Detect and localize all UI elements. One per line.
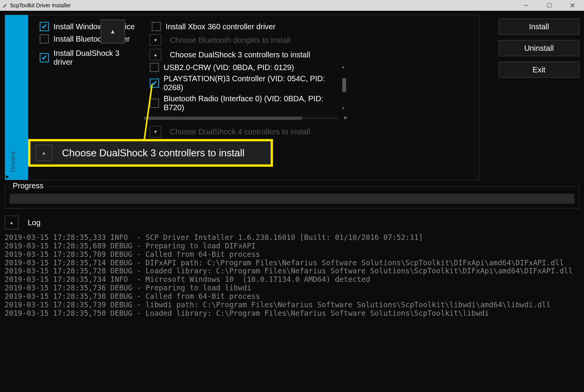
checkbox-icon (40, 22, 49, 31)
flyout-indicator-icon: ▶ (6, 174, 9, 179)
tab-drivers-label: Drivers (10, 151, 17, 172)
tab-drivers[interactable]: Drivers ▶ (5, 15, 28, 180)
uninstall-button[interactable]: Uninstall (499, 40, 579, 56)
annotation-callout: Choose DualShock 3 controllers to instal… (28, 139, 273, 167)
progress-title: Progress (10, 181, 46, 190)
checkbox-icon (150, 99, 159, 108)
list-item[interactable]: USB2.0-CRW (VID: 0BDA, PID: 0129) (150, 63, 335, 72)
chevron-up-icon (36, 145, 52, 161)
ds3-device-list: USB2.0-CRW (VID: 0BDA, PID: 0129) PLAYST… (150, 63, 335, 112)
choose-bt-dongles-label: Choose Bluetooth dongles to install (170, 36, 291, 45)
close-button[interactable] (561, 0, 584, 11)
install-button[interactable]: Install (499, 18, 579, 35)
checkbox-label: Install DualShock 3 driver (54, 49, 138, 67)
maximize-button[interactable] (538, 0, 561, 11)
svg-rect-1 (547, 3, 551, 7)
expand-bluetooth-dongles[interactable] (150, 34, 161, 46)
drivers-panel: Drivers ▶ Install Windows Service Instal… (5, 15, 479, 180)
progress-bar (10, 194, 574, 204)
checkbox-icon (150, 63, 159, 72)
checkbox-label: Install Xbox 360 controller driver (166, 22, 276, 31)
device-label: USB2.0-CRW (VID: 0BDA, PID: 0129) (164, 63, 294, 72)
choose-ds3-label: Choose DualShock 3 controllers to instal… (170, 50, 310, 59)
log-output: 2019-03-15 17:28:35,333 INFO - SCP Drive… (5, 233, 579, 317)
expand-ds4-list[interactable] (150, 126, 161, 137)
window-title: ScpToolkit Driver Installer (10, 2, 71, 8)
exit-button[interactable]: Exit (499, 62, 579, 78)
annotation-text: Choose DualShock 3 controllers to instal… (62, 147, 244, 159)
checkbox-install-ds3-driver[interactable]: Install DualShock 3 driver (40, 49, 138, 67)
titlebar: ScpToolkit Driver Installer (0, 0, 584, 11)
checkbox-install-xbox360-driver[interactable]: Install Xbox 360 controller driver (152, 22, 276, 31)
checkbox-icon (152, 22, 161, 31)
scrollbar-thumb[interactable] (342, 78, 346, 92)
scroll-up-icon[interactable]: ▲ (341, 64, 345, 69)
collapse-ds3-list[interactable] (150, 49, 161, 60)
collapse-log[interactable] (5, 216, 18, 230)
choose-ds4-label: Choose DualShock 4 controllers to instal… (170, 127, 310, 136)
scroll-down-icon[interactable]: ▼ (341, 106, 345, 111)
app-icon (2, 3, 8, 8)
device-label: PLAYSTATION(R)3 Controller (VID: 054C, P… (164, 74, 335, 92)
horizontal-scrollbar[interactable]: ▶ (150, 116, 335, 121)
checkbox-icon (40, 53, 49, 62)
progress-group: Progress (5, 186, 579, 209)
minimize-button[interactable] (515, 0, 538, 11)
list-item[interactable]: Bluetooth Radio (Interface 0) (VID: 0BDA… (150, 94, 335, 112)
device-label: Bluetooth Radio (Interface 0) (VID: 0BDA… (164, 94, 335, 112)
log-title: Log (28, 218, 40, 227)
highlight-collapse-icon: ▲ (100, 19, 125, 44)
checkbox-icon (40, 34, 49, 44)
list-item[interactable]: PLAYSTATION(R)3 Controller (VID: 054C, P… (150, 74, 335, 92)
